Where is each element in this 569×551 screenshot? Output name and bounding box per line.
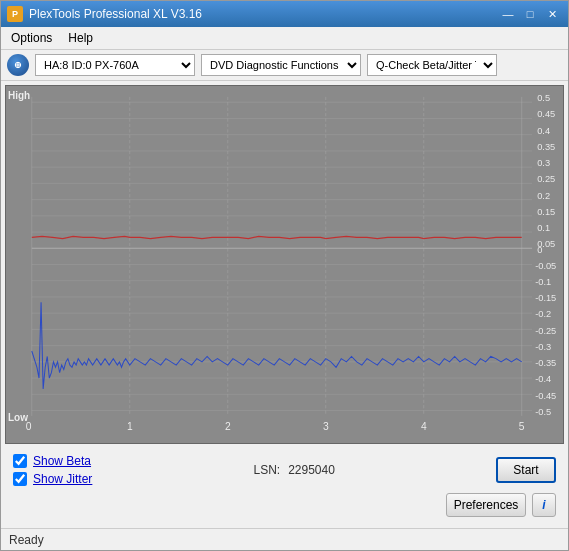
start-button[interactable]: Start: [496, 457, 556, 483]
device-select[interactable]: HA:8 ID:0 PX-760A: [35, 54, 195, 76]
svg-text:2: 2: [225, 420, 231, 432]
close-button[interactable]: ✕: [542, 5, 562, 23]
svg-text:0.5: 0.5: [537, 92, 550, 103]
maximize-button[interactable]: □: [520, 5, 540, 23]
chart-container: High Low: [5, 85, 564, 444]
checkboxes-area: Show Beta Show Jitter: [13, 454, 92, 486]
lsn-value: 2295040: [288, 463, 335, 477]
svg-text:-0.4: -0.4: [535, 373, 551, 384]
start-button-area: Start: [496, 457, 556, 483]
test-select[interactable]: Q-Check Beta/Jitter Test: [367, 54, 497, 76]
svg-text:-0.05: -0.05: [535, 260, 556, 271]
svg-text:-0.5: -0.5: [535, 406, 551, 417]
svg-text:0.35: 0.35: [537, 141, 555, 152]
svg-text:-0.15: -0.15: [535, 292, 556, 303]
chart-high-label: High: [8, 90, 30, 101]
app-icon: P: [7, 6, 23, 22]
window-title: PlexTools Professional XL V3.16: [29, 7, 202, 21]
show-jitter-checkbox[interactable]: [13, 472, 27, 486]
chart-low-label: Low: [8, 412, 28, 423]
title-bar-left: P PlexTools Professional XL V3.16: [7, 6, 202, 22]
lsn-area: LSN: 2295040: [253, 463, 334, 477]
preferences-button[interactable]: Preferences: [446, 493, 526, 517]
minimize-button[interactable]: —: [498, 5, 518, 23]
svg-text:-0.1: -0.1: [535, 276, 551, 287]
menu-bar: Options Help: [1, 27, 568, 50]
show-jitter-row: Show Jitter: [13, 472, 92, 486]
svg-text:0.15: 0.15: [537, 206, 555, 217]
bottom-panel: Show Beta Show Jitter LSN: 2295040 Start…: [5, 444, 564, 524]
main-content: High Low: [1, 81, 568, 528]
status-bar: Ready: [1, 528, 568, 550]
svg-text:0.2: 0.2: [537, 189, 550, 200]
lsn-label: LSN:: [253, 463, 280, 477]
title-bar: P PlexTools Professional XL V3.16 — □ ✕: [1, 1, 568, 27]
show-beta-checkbox[interactable]: [13, 454, 27, 468]
show-jitter-label[interactable]: Show Jitter: [33, 472, 92, 486]
svg-text:-0.3: -0.3: [535, 341, 551, 352]
menu-help[interactable]: Help: [62, 29, 99, 47]
menu-options[interactable]: Options: [5, 29, 58, 47]
device-icon: ⊕: [7, 54, 29, 76]
chart-svg: 0 1 2 3 4 5 0.5 0.45 0.4 0.35 0.3 0.25 0…: [6, 86, 563, 443]
toolbar: ⊕ HA:8 ID:0 PX-760A DVD Diagnostic Funct…: [1, 50, 568, 81]
title-controls: — □ ✕: [498, 5, 562, 23]
svg-text:0.3: 0.3: [537, 157, 550, 168]
svg-text:3: 3: [323, 420, 329, 432]
svg-text:0: 0: [537, 243, 542, 254]
svg-text:0.1: 0.1: [537, 222, 550, 233]
svg-text:4: 4: [421, 420, 427, 432]
main-window: P PlexTools Professional XL V3.16 — □ ✕ …: [0, 0, 569, 551]
svg-text:5: 5: [519, 420, 525, 432]
status-text: Ready: [9, 533, 44, 547]
svg-text:0.25: 0.25: [537, 173, 555, 184]
svg-text:0.45: 0.45: [537, 108, 555, 119]
svg-text:-0.25: -0.25: [535, 325, 556, 336]
svg-text:-0.45: -0.45: [535, 389, 556, 400]
bottom-row-top: Show Beta Show Jitter LSN: 2295040 Start: [13, 454, 556, 486]
svg-text:-0.35: -0.35: [535, 357, 556, 368]
svg-text:0.4: 0.4: [537, 124, 550, 135]
show-beta-row: Show Beta: [13, 454, 92, 468]
svg-text:-0.2: -0.2: [535, 308, 551, 319]
show-beta-label[interactable]: Show Beta: [33, 454, 91, 468]
bottom-row-buttons: Preferences i: [13, 493, 556, 517]
svg-text:1: 1: [127, 420, 133, 432]
function-select[interactable]: DVD Diagnostic Functions: [201, 54, 361, 76]
info-button[interactable]: i: [532, 493, 556, 517]
